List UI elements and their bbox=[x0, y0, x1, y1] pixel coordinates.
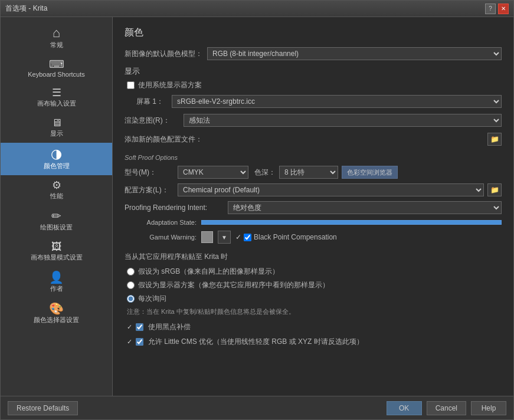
sidebar-label-performance: 性能 bbox=[50, 192, 63, 201]
bottom-left: Restore Defaults bbox=[8, 401, 78, 415]
screen-row: 屏幕 1： sRGB-elle-V2-srgbtrc.icc bbox=[125, 95, 502, 108]
bottom-right: OK Cancel Help bbox=[387, 401, 506, 415]
sidebar-item-performance[interactable]: ⚙ 性能 bbox=[1, 175, 112, 205]
sidebar-label-color-management: 颜色管理 bbox=[44, 162, 70, 170]
gamut-group: ▼ ✓ Black Point Compensation bbox=[201, 231, 337, 244]
adaptation-label: Adaptation State: bbox=[125, 219, 201, 226]
color-space-browser-btn[interactable]: 色彩空间浏览器 bbox=[342, 166, 398, 179]
profile-folder-btn[interactable]: 📁 bbox=[487, 183, 502, 196]
soft-proof-title: Soft Proof Options bbox=[125, 154, 502, 161]
bottom-bar: Restore Defaults OK Cancel Help bbox=[1, 396, 513, 419]
bottom-checks: ✓ 使用黑点补偿 ✓ 允许 Little CMS 优化（当使用线性轻度 RGB … bbox=[125, 322, 502, 347]
paste-note: 注意：当在 Krita 中复制/粘贴时颜色信息将总是会被保全。 bbox=[125, 307, 502, 316]
allow-lcms-tick: ✓ bbox=[127, 338, 132, 346]
use-black-point-checkbox[interactable] bbox=[136, 323, 143, 331]
sidebar-item-color-management[interactable]: ◑ 颜色管理 bbox=[1, 143, 112, 175]
section-title: 颜色 bbox=[125, 27, 502, 39]
use-system-display-row: 使用系统显示器方案 bbox=[125, 80, 502, 90]
sidebar-item-author[interactable]: 👤 作者 bbox=[1, 267, 112, 298]
proofing-intent-row: Proofing Rendering Intent: 绝对色度 相对比色 感知法… bbox=[125, 201, 502, 214]
proofing-intent-select[interactable]: 绝对色度 相对比色 感知法 饱和度 bbox=[228, 201, 502, 214]
tablet-icon: ✏ bbox=[51, 210, 61, 222]
paste-ask-row: 每次询问 bbox=[125, 294, 502, 304]
soft-proof-section: Soft Proof Options 型号(M)： CMYK RGB Lab 色… bbox=[125, 154, 502, 244]
main-content: 颜色 新图像的默认颜色模型： RGB (8-bit integer/channe… bbox=[113, 17, 513, 396]
model-group: CMYK RGB Lab 色深： 8 比特 16 比特 32 比特 色彩空间浏览… bbox=[178, 166, 502, 179]
model-select[interactable]: CMYK RGB Lab bbox=[178, 166, 248, 179]
sidebar-label-tablet: 绘图板设置 bbox=[40, 223, 73, 232]
paste-section: 当从其它应用程序粘贴至 Krita 时 假设为 sRGB（像来自网上的图像那样显… bbox=[125, 252, 502, 316]
sidebar-item-canvas-only[interactable]: 🖼 画布独显模式设置 bbox=[1, 237, 112, 267]
depth-select[interactable]: 8 比特 16 比特 32 比特 bbox=[279, 166, 338, 179]
gamut-dropdown[interactable]: ▼ bbox=[218, 231, 231, 244]
titlebar-controls: ? ✕ bbox=[485, 4, 509, 14]
sidebar: ⌂ 常规 ⌨ Keyboard Shortcuts ☰ 画布输入设置 🖥 显示 … bbox=[1, 17, 113, 396]
use-black-point-label: 使用黑点补偿 bbox=[148, 322, 191, 332]
use-black-point-row: ✓ 使用黑点补偿 bbox=[125, 322, 502, 332]
sidebar-label-canvas-only: 画布独显模式设置 bbox=[31, 253, 83, 262]
profile-group: Chemical proof (Default) 📁 bbox=[178, 183, 502, 196]
performance-icon: ⚙ bbox=[52, 180, 61, 191]
sidebar-item-canvas-input[interactable]: ☰ 画布输入设置 bbox=[1, 83, 112, 113]
black-point-compensation-label: Black Point Compensation bbox=[254, 233, 337, 241]
paste-srgb-label: 假设为 sRGB（像来自网上的图像那样显示） bbox=[138, 267, 279, 277]
color-model-select[interactable]: RGB (8-bit integer/channel) RGB (16-bit … bbox=[207, 47, 502, 60]
canvas-input-icon: ☰ bbox=[52, 87, 61, 98]
help-btn[interactable]: ? bbox=[485, 4, 496, 14]
paste-srgb-radio[interactable] bbox=[127, 268, 135, 275]
sidebar-item-keyboard-shortcuts[interactable]: ⌨ Keyboard Shortcuts bbox=[1, 54, 112, 83]
add-profile-label: 添加新的颜色配置文件： bbox=[125, 134, 487, 145]
restore-defaults-button[interactable]: Restore Defaults bbox=[8, 401, 78, 415]
gamut-color-swatch[interactable] bbox=[201, 231, 213, 243]
gamut-label: Gamut Warning: bbox=[125, 234, 201, 241]
home-icon: ⌂ bbox=[53, 27, 60, 40]
allow-lcms-checkbox[interactable] bbox=[136, 338, 143, 346]
sidebar-item-display[interactable]: 🖥 显示 bbox=[1, 113, 112, 143]
author-icon: 👤 bbox=[49, 271, 64, 283]
paste-display-row: 假设为显示器方案（像您在其它应用程序中看到的那样显示） bbox=[125, 280, 502, 290]
proofing-intent-label: Proofing Rendering Intent: bbox=[125, 204, 228, 212]
sidebar-item-color-selector[interactable]: 🎨 颜色选择器设置 bbox=[1, 298, 112, 329]
use-system-display-checkbox[interactable] bbox=[127, 81, 135, 89]
allow-lcms-label: 允许 Little CMS 优化（当使用线性轻度 RGB 或 XYZ 时请反选此… bbox=[148, 337, 364, 347]
gamut-check-tick: ✓ bbox=[235, 233, 241, 241]
display-section-label: 显示 bbox=[125, 66, 502, 77]
profile-select[interactable]: Chemical proof (Default) bbox=[178, 183, 484, 196]
paste-srgb-row: 假设为 sRGB（像来自网上的图像那样显示） bbox=[125, 267, 502, 277]
titlebar: 首选项 - Krita ? ✕ bbox=[1, 1, 513, 17]
model-row: 型号(M)： CMYK RGB Lab 色深： 8 比特 16 比特 32 比特 bbox=[125, 166, 502, 179]
paste-ask-label: 每次询问 bbox=[138, 294, 166, 304]
help-button[interactable]: Help bbox=[471, 401, 506, 415]
color-model-row: 新图像的默认颜色模型： RGB (8-bit integer/channel) … bbox=[125, 47, 502, 60]
add-profile-folder-btn[interactable]: 📁 bbox=[487, 133, 502, 146]
close-btn[interactable]: ✕ bbox=[498, 4, 509, 14]
profile-label: 配置方案(L)： bbox=[125, 185, 178, 195]
content-area: ⌂ 常规 ⌨ Keyboard Shortcuts ☰ 画布输入设置 🖥 显示 … bbox=[1, 17, 513, 396]
sidebar-item-tablet[interactable]: ✏ 绘图板设置 bbox=[1, 205, 112, 237]
paste-title: 当从其它应用程序粘贴至 Krita 时 bbox=[125, 252, 502, 262]
model-label: 型号(M)： bbox=[125, 168, 178, 178]
profile-row: 配置方案(L)： Chemical proof (Default) 📁 bbox=[125, 183, 502, 196]
black-point-compensation-checkbox[interactable] bbox=[244, 234, 251, 241]
paste-ask-radio[interactable] bbox=[127, 295, 135, 303]
screen-select[interactable]: sRGB-elle-V2-srgbtrc.icc bbox=[172, 95, 502, 108]
ok-button[interactable]: OK bbox=[387, 401, 422, 415]
cancel-button[interactable]: Cancel bbox=[427, 401, 466, 415]
render-intent-label: 渲染意图(R)： bbox=[125, 116, 184, 126]
add-profile-row: 添加新的颜色配置文件： 📁 bbox=[125, 133, 502, 146]
paste-display-radio[interactable] bbox=[127, 281, 135, 289]
sidebar-label-canvas-input: 画布输入设置 bbox=[37, 99, 76, 108]
gamut-row: Gamut Warning: ▼ ✓ Black Point Compensat… bbox=[125, 231, 502, 244]
main-window: 首选项 - Krita ? ✕ ⌂ 常规 ⌨ Keyboard Shortcut… bbox=[0, 0, 514, 420]
sidebar-label-general: 常规 bbox=[50, 41, 63, 50]
canvas-only-icon: 🖼 bbox=[51, 241, 62, 252]
render-intent-row: 渲染意图(R)： 感知法 相对比色 绝对比色 饱和度 bbox=[125, 114, 502, 127]
adaptation-bar bbox=[201, 220, 502, 225]
color-model-label: 新图像的默认颜色模型： bbox=[125, 49, 202, 59]
window-title: 首选项 - Krita bbox=[5, 4, 47, 14]
sidebar-item-general[interactable]: ⌂ 常规 bbox=[1, 22, 112, 54]
render-intent-select[interactable]: 感知法 相对比色 绝对比色 饱和度 bbox=[184, 114, 502, 127]
display-section: 显示 使用系统显示器方案 屏幕 1： sRGB-elle-V2-srgbtrc.… bbox=[125, 66, 502, 146]
adaptation-row: Adaptation State: bbox=[125, 219, 502, 226]
use-black-point-tick: ✓ bbox=[127, 323, 132, 331]
